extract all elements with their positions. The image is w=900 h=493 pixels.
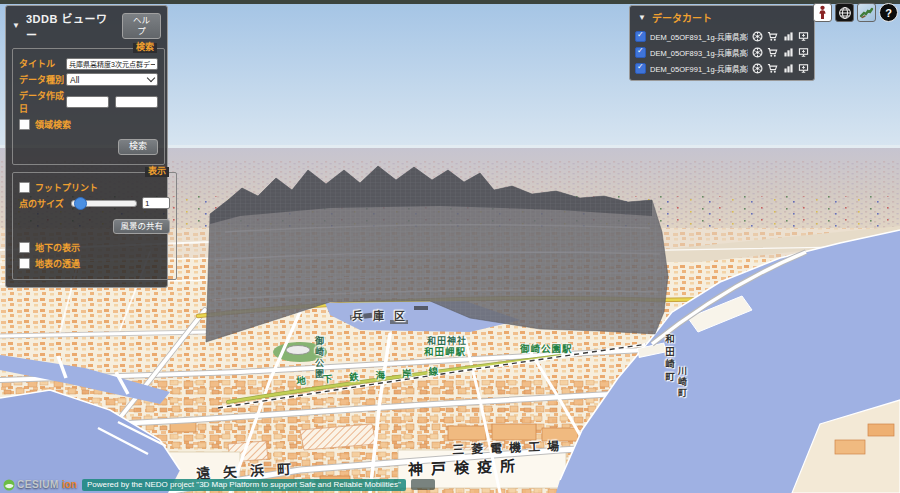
date-from-input[interactable] <box>66 96 109 108</box>
footprint-label: フットプリント <box>35 181 98 194</box>
date-to-input[interactable] <box>115 96 158 108</box>
help-glyph: ? <box>885 7 892 19</box>
data-type-label: データ種別 <box>19 73 66 86</box>
data-type-value: All <box>70 75 79 85</box>
title-label: タイトル <box>19 57 66 70</box>
point-size-label: 点のサイズ <box>19 197 71 210</box>
point-size-input[interactable] <box>142 197 170 209</box>
search-button[interactable]: 検索 <box>118 139 158 155</box>
data-cart-title: データカート <box>652 10 712 25</box>
japan-map-imagery-icon[interactable] <box>857 3 876 22</box>
cart-item-checkbox[interactable] <box>635 31 646 42</box>
navigation-help-icon[interactable]: ? <box>879 3 898 22</box>
cart-item-label: DEM_05OF991_1g-兵庫県高精度… <box>650 63 748 74</box>
cart-row: DEM_05OF991_1g-兵庫県高精度… <box>630 61 814 75</box>
cart-remove-icon[interactable] <box>767 62 778 74</box>
cart-row: DEM_05OF891_1g-兵庫県高精度… <box>630 29 814 43</box>
cesium-globe-icon <box>3 479 15 491</box>
help-button[interactable]: ヘルプ <box>122 13 161 39</box>
3ddb-viewer-app: 兵庫区 御崎公園 和田神社 和田岬駅 御崎公園駅 地下鉄海岸線 和田崎町 川崎町… <box>0 0 900 493</box>
search-section: 検索 タイトル データ種別 All データ作成日 領域検索 <box>12 48 165 165</box>
display-section: 表示 フットプリント 点のサイズ 風景の共有 地下の表示 地表の <box>12 172 177 280</box>
point-size-slider[interactable] <box>71 200 137 207</box>
search-section-legend: 検索 <box>133 43 157 53</box>
surface-transparency-checkbox[interactable] <box>19 258 30 269</box>
monitor-download-icon[interactable] <box>798 30 809 42</box>
viewer-panel-header[interactable]: ▼ 3DDB ビューワー ヘルプ <box>6 6 167 46</box>
area-search-checkbox[interactable] <box>19 119 30 130</box>
top-strip <box>0 0 900 4</box>
data-cart-header[interactable]: ▼ データカート <box>630 6 814 27</box>
cart-row: DEM_05OF893_1g-兵庫県高精度… <box>630 45 814 59</box>
monitor-download-icon[interactable] <box>798 46 809 58</box>
cart-item-label: DEM_05OF891_1g-兵庫県高精度… <box>650 31 748 42</box>
collapse-triangle-icon: ▼ <box>12 22 20 30</box>
monitor-download-icon[interactable] <box>798 62 809 74</box>
cesium-ion-logo[interactable]: CESIUM ion <box>3 479 77 491</box>
creation-date-label: データ作成日 <box>19 89 66 115</box>
histogram-icon[interactable] <box>783 62 794 74</box>
viewer-panel-title: 3DDB ビューワー <box>26 10 116 42</box>
data-attribution-chip[interactable] <box>411 479 435 490</box>
cart-item-label: DEM_05OF893_1g-兵庫県高精度… <box>650 47 748 58</box>
cart-item-checkbox[interactable] <box>635 63 646 74</box>
display-section-legend: 表示 <box>145 167 169 177</box>
underground-label: 地下の表示 <box>35 241 80 254</box>
title-input[interactable] <box>66 58 158 70</box>
ion-wordmark: ion <box>62 479 77 490</box>
point-size-slider-handle[interactable] <box>74 197 87 210</box>
surface-transparency-label: 地表の透過 <box>35 257 80 270</box>
cart-remove-icon[interactable] <box>767 46 778 58</box>
cart-item-checkbox[interactable] <box>635 47 646 58</box>
globe-baselayer-icon[interactable] <box>835 3 854 22</box>
aperture-zoom-to-icon[interactable] <box>752 62 763 74</box>
viewer-panel: ▼ 3DDB ビューワー ヘルプ 検索 タイトル データ種別 All データ作成… <box>5 5 168 288</box>
footprint-checkbox[interactable] <box>19 182 30 193</box>
cart-remove-icon[interactable] <box>767 30 778 42</box>
nedo-attribution-text: Powered by the NEDO project "3D Map Plat… <box>82 479 406 491</box>
area-search-label: 領域検索 <box>35 118 71 131</box>
cesium-toolbar: ? <box>813 3 898 22</box>
data-type-select[interactable]: All <box>66 73 158 86</box>
histogram-icon[interactable] <box>783 30 794 42</box>
histogram-icon[interactable] <box>783 46 794 58</box>
attribution-bar: CESIUM ion Powered by the NEDO project "… <box>3 479 435 491</box>
aperture-zoom-to-icon[interactable] <box>752 46 763 58</box>
chevron-down-icon <box>147 74 155 82</box>
cesium-wordmark: CESIUM <box>17 479 59 490</box>
collapse-triangle-icon: ▼ <box>638 14 646 22</box>
data-cart-panel: ▼ データカート DEM_05OF891_1g-兵庫県高精度… DEM_05OF… <box>629 5 815 81</box>
aperture-zoom-to-icon[interactable] <box>752 30 763 42</box>
person-view-icon[interactable] <box>813 3 832 22</box>
underground-checkbox[interactable] <box>19 242 30 253</box>
share-view-button[interactable]: 風景の共有 <box>113 219 170 234</box>
